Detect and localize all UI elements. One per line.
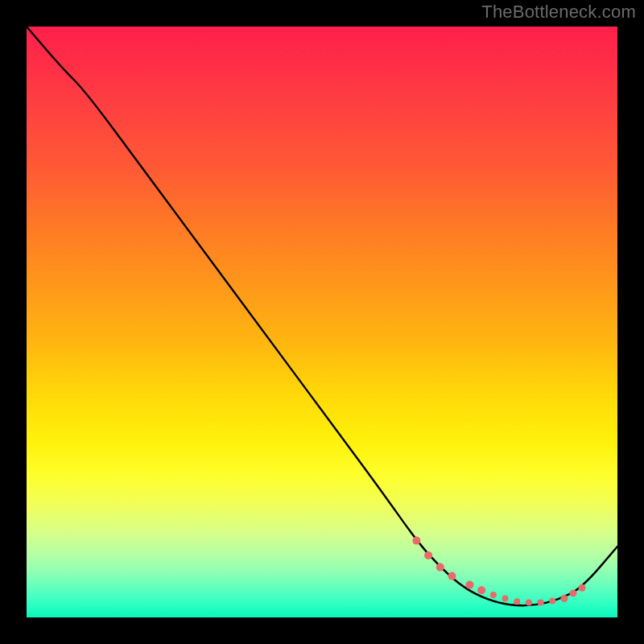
highlight-dot (448, 572, 456, 580)
chart-overlay-svg (27, 27, 617, 617)
highlight-dot (560, 595, 568, 602)
highlight-dot (436, 564, 444, 572)
curve-line (27, 27, 617, 605)
highlight-dot (526, 600, 532, 606)
highlight-dot (579, 584, 586, 592)
highlight-dot (424, 551, 432, 559)
highlight-dot (549, 597, 555, 604)
highlight-dot (570, 589, 577, 597)
highlight-dot (538, 600, 544, 606)
highlight-dot (514, 598, 520, 605)
highlight-dot (477, 586, 485, 594)
watermark-text: TheBottleneck.com (481, 2, 636, 23)
chart-frame: TheBottleneck.com (0, 0, 644, 644)
highlight-dot (490, 592, 497, 598)
highlight-dot (466, 581, 474, 589)
highlight-dot (412, 537, 420, 545)
highlight-dot (502, 596, 509, 602)
plot-area (27, 27, 617, 617)
highlight-markers (412, 537, 585, 606)
